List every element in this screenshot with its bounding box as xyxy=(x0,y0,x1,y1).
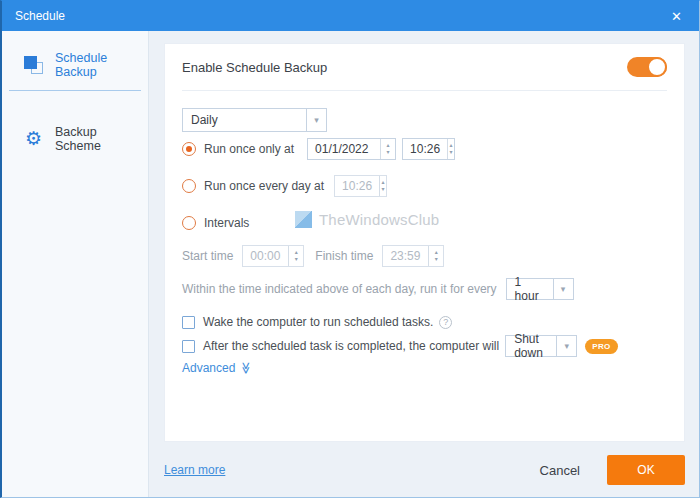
start-time-value: 00:00 xyxy=(243,246,288,266)
spinner-arrows-icon[interactable]: ▴▾ xyxy=(428,246,443,266)
divider xyxy=(182,90,667,91)
advanced-row: Advanced ≫ xyxy=(182,360,667,376)
thewindowsclub-logo-icon xyxy=(295,211,312,228)
frequency-value: Daily xyxy=(183,109,306,131)
run-once-time-spinner[interactable]: 10:26 ▴▾ xyxy=(402,138,455,160)
gear-icon: ⚙ xyxy=(24,130,43,148)
radio-run-every-day[interactable] xyxy=(182,179,196,193)
after-task-label: After the scheduled task is completed, t… xyxy=(203,339,499,353)
enable-schedule-toggle[interactable] xyxy=(627,57,667,77)
finish-time-value: 23:59 xyxy=(383,246,428,266)
sidebar-item-backup-scheme[interactable]: ⚙ Backup Scheme xyxy=(9,115,141,164)
run-every-day-label: Run once every day at xyxy=(204,179,324,193)
window-title: Schedule xyxy=(15,9,65,23)
checkbox-after-task[interactable] xyxy=(182,340,195,353)
run-once-date-spinner[interactable]: 01/1/2022 ▴▾ xyxy=(307,138,396,160)
enable-label: Enable Schedule Backup xyxy=(182,60,327,75)
run-every-day-row: Run once every day at 10:26 ▴▾ xyxy=(182,175,667,197)
finish-time-spinner[interactable]: 23:59 ▴▾ xyxy=(382,245,444,267)
start-finish-row: Start time 00:00 ▴▾ Finish time 23:59 ▴▾ xyxy=(182,245,667,267)
ok-button[interactable]: OK xyxy=(607,455,685,485)
schedule-backup-icon xyxy=(24,56,43,74)
time-value: 10:26 xyxy=(403,139,447,159)
watermark: TheWindowsClub xyxy=(295,211,439,228)
radio-intervals[interactable] xyxy=(182,216,196,230)
after-task-select[interactable]: Shut down ▾ xyxy=(505,335,577,357)
after-task-row: After the scheduled task is completed, t… xyxy=(182,335,667,357)
chevron-down-icon: ▾ xyxy=(556,336,576,356)
sidebar-item-label: Backup Scheme xyxy=(55,125,141,153)
spinner-arrows-icon[interactable]: ▴▾ xyxy=(288,246,303,266)
sidebar-item-schedule-backup[interactable]: Schedule Backup xyxy=(9,41,141,91)
cancel-button[interactable]: Cancel xyxy=(540,463,580,478)
frequency-row: Daily ▾ xyxy=(182,108,667,132)
run-once-row: Run once only at 01/1/2022 ▴▾ 10:26 ▴▾ xyxy=(182,138,667,160)
interval-frequency-row: Within the time indicated above of each … xyxy=(182,278,667,300)
advanced-link[interactable]: Advanced ≫ xyxy=(182,361,253,375)
titlebar: Schedule ✕ xyxy=(2,1,699,31)
interval-frequency-value: 1 hour xyxy=(507,279,553,299)
start-time-label: Start time xyxy=(182,249,233,263)
start-time-spinner[interactable]: 00:00 ▴▾ xyxy=(242,245,304,267)
double-chevron-down-icon: ≫ xyxy=(241,362,253,375)
content-area: Enable Schedule Backup Daily ▾ Run once … xyxy=(149,31,699,497)
pro-badge: PRO xyxy=(585,339,618,354)
sidebar: Schedule Backup ⚙ Backup Scheme xyxy=(2,31,149,497)
sidebar-item-label: Schedule Backup xyxy=(55,51,141,79)
run-every-day-time-spinner[interactable]: 10:26 ▴▾ xyxy=(334,175,387,197)
learn-more-link[interactable]: Learn more xyxy=(164,463,225,477)
run-once-label: Run once only at xyxy=(204,142,294,156)
frequency-select[interactable]: Daily ▾ xyxy=(182,108,327,132)
radio-run-once[interactable] xyxy=(182,142,196,156)
watermark-text: TheWindowsClub xyxy=(319,211,439,228)
intervals-label: Intervals xyxy=(204,216,249,230)
chevron-down-icon: ▾ xyxy=(306,109,326,131)
after-task-value: Shut down xyxy=(506,336,556,356)
spinner-arrows-icon[interactable]: ▴▾ xyxy=(379,176,386,196)
schedule-panel: Enable Schedule Backup Daily ▾ Run once … xyxy=(164,43,685,442)
schedule-dialog: Schedule ✕ Schedule Backup ⚙ Backup Sche… xyxy=(0,0,700,498)
close-icon[interactable]: ✕ xyxy=(667,8,686,25)
toggle-knob xyxy=(647,57,667,77)
checkbox-wake-computer[interactable] xyxy=(182,316,195,329)
time-value: 10:26 xyxy=(335,176,379,196)
advanced-label: Advanced xyxy=(182,361,235,375)
interval-frequency-text: Within the time indicated above of each … xyxy=(182,282,497,296)
enable-row: Enable Schedule Backup xyxy=(182,56,667,78)
interval-frequency-select[interactable]: 1 hour ▾ xyxy=(506,278,574,300)
spinner-arrows-icon[interactable]: ▴▾ xyxy=(447,139,454,159)
spinner-arrows-icon[interactable]: ▴▾ xyxy=(380,139,395,159)
help-icon[interactable]: ? xyxy=(439,316,452,329)
date-value: 01/1/2022 xyxy=(308,139,380,159)
wake-row: Wake the computer to run scheduled tasks… xyxy=(182,313,667,331)
wake-label: Wake the computer to run scheduled tasks… xyxy=(203,315,433,329)
footer: Learn more Cancel OK xyxy=(164,455,685,485)
chevron-down-icon: ▾ xyxy=(553,279,573,299)
finish-time-label: Finish time xyxy=(315,249,373,263)
